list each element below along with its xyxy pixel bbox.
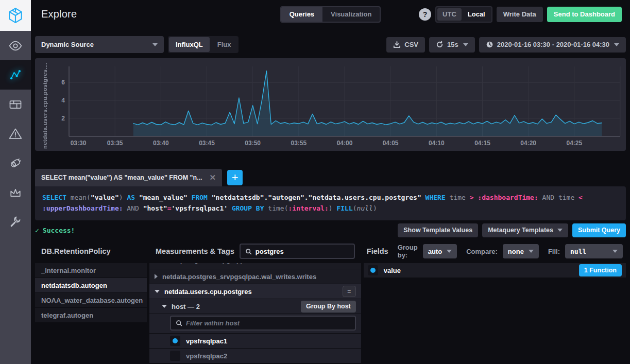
- write-data-button[interactable]: Write Data: [497, 7, 543, 22]
- query-token: [421, 194, 425, 201]
- measurement-row-selected[interactable]: netdata.users.cpu.postgres =: [149, 284, 361, 299]
- source-dropdown[interactable]: Dynamic Source: [35, 36, 164, 53]
- send-to-dashboard-button[interactable]: Send to Dashboard: [547, 7, 622, 22]
- status-text: Success!: [43, 227, 75, 234]
- fields-column: Fields Group by: auto Compare: none Fill…: [364, 239, 626, 364]
- db-item[interactable]: netdatatsdb.autogen: [35, 278, 147, 292]
- graph-line-icon: [8, 68, 23, 82]
- query-token: mean(: [71, 194, 91, 201]
- tab-visualization[interactable]: Visualization: [322, 7, 380, 22]
- sidebar-item-log-viewer[interactable]: [0, 148, 31, 178]
- fields-header: Fields Group by: auto Compare: none Fill…: [364, 239, 626, 263]
- log-icon: [8, 156, 23, 170]
- db-item[interactable]: _internal.monitor: [35, 263, 147, 278]
- time-range-value: 2020-01-16 03:30 - 2020-01-16 04:30: [497, 41, 609, 48]
- metaquery-templates-dropdown[interactable]: Metaquery Templates: [482, 223, 568, 237]
- svg-text:4: 4: [61, 97, 65, 104]
- tag-value-row[interactable]: vpsfrsqlpac2: [149, 349, 361, 363]
- sidebar-item-configuration[interactable]: [0, 207, 31, 236]
- query-token: <: [578, 194, 583, 201]
- measurement-row-partial[interactable]: netdata.postgres_srvpgsqlpac: [149, 263, 361, 269]
- tag-filter[interactable]: [170, 316, 356, 331]
- sidebar-item-admin[interactable]: [0, 178, 31, 207]
- measurement-row[interactable]: netdata.postgres_srvpgsqlpac.wal_writes.…: [149, 269, 361, 284]
- sidebar-item-data-explorer[interactable]: [0, 60, 31, 90]
- svg-text:2: 2: [61, 115, 65, 122]
- chevron-down-icon: [529, 250, 534, 253]
- query-status-row: ✓ Success! Show Template Values Metaquer…: [35, 222, 626, 238]
- query-tab-bar: SELECT mean("value") AS "mean_value" FRO…: [35, 169, 243, 186]
- explore-page: Explore Queries Visualization ? UTC Loca…: [0, 0, 630, 364]
- help-button[interactable]: ?: [419, 8, 431, 21]
- query-token: [135, 194, 139, 201]
- svg-text:03:50: 03:50: [245, 140, 261, 147]
- svg-text:04:10: 04:10: [429, 140, 445, 147]
- query-token: [66, 194, 71, 201]
- equals-filter-badge[interactable]: =: [343, 286, 356, 297]
- query-token: time: [446, 194, 470, 201]
- query-token: (: [353, 204, 357, 212]
- query-token: AND time: [538, 194, 578, 201]
- graph-panel: netdata.users.cpu.postgres.... 24603:300…: [35, 58, 626, 151]
- svg-text:03:30: 03:30: [71, 140, 87, 147]
- svg-text:03:35: 03:35: [107, 140, 123, 147]
- tag-key-row[interactable]: host — 2 Group By host: [149, 299, 361, 314]
- chevron-right-icon: [155, 274, 158, 279]
- query-token: :upperDashboardTime:: [42, 204, 123, 212]
- checkbox-checked-icon[interactable]: [170, 336, 180, 346]
- chevron-down-icon: [162, 305, 167, 308]
- group-by-label: Group by:: [398, 244, 418, 259]
- tag-filter-input[interactable]: [186, 319, 350, 327]
- query-token: FILL: [336, 204, 352, 212]
- compare-label: Compare:: [466, 248, 498, 255]
- query-token: ): [329, 204, 333, 212]
- crown-icon: [8, 185, 23, 200]
- sidebar-item-dashboards[interactable]: [0, 90, 31, 119]
- influxql-button[interactable]: InfluxQL: [169, 37, 210, 52]
- language-toggle: InfluxQL Flux: [168, 36, 239, 53]
- fill-dropdown[interactable]: null: [565, 244, 623, 258]
- query-token: "mean_value": [139, 194, 188, 201]
- utc-button[interactable]: UTC: [437, 8, 462, 21]
- group-by-dropdown[interactable]: auto: [423, 244, 457, 258]
- measurement-search[interactable]: [240, 244, 355, 259]
- query-editor[interactable]: SELECT mean("value") AS "mean_value" FRO…: [35, 186, 626, 220]
- auto-refresh-dropdown[interactable]: 15s: [429, 37, 475, 53]
- field-row[interactable]: value 1 Function: [364, 263, 626, 278]
- chevron-down-icon: [557, 229, 563, 232]
- tab-queries[interactable]: Queries: [281, 7, 322, 22]
- db-item[interactable]: telegraf.autogen: [35, 308, 147, 322]
- query-token: >: [470, 194, 474, 201]
- measurement-search-input[interactable]: [256, 248, 349, 255]
- fill-label: Fill:: [548, 248, 560, 255]
- add-query-button[interactable]: +: [227, 170, 243, 185]
- local-button[interactable]: Local: [463, 8, 490, 21]
- query-tab[interactable]: SELECT mean("value") AS "mean_value" FRO…: [35, 169, 222, 186]
- show-template-values-button[interactable]: Show Template Values: [398, 223, 478, 237]
- svg-text:04:20: 04:20: [520, 140, 536, 147]
- svg-text:04:05: 04:05: [383, 140, 399, 147]
- sidebar-item-host-list[interactable]: [0, 31, 31, 60]
- checkbox-checked-icon[interactable]: [368, 265, 378, 275]
- close-icon[interactable]: ✕: [210, 173, 216, 182]
- line-chart[interactable]: 24603:3003:3503:4003:4503:5003:5504:0004…: [50, 62, 623, 149]
- svg-text:03:55: 03:55: [291, 140, 307, 147]
- csv-download-button[interactable]: CSV: [386, 37, 425, 53]
- wrench-icon: [8, 215, 23, 229]
- time-range-dropdown[interactable]: 2020-01-16 03:30 - 2020-01-16 04:30: [479, 37, 626, 53]
- query-token: "netdatatsdb"."autogen"."netdata.users.c…: [212, 194, 421, 201]
- db-column-header: DB.RetentionPolicy: [35, 239, 147, 263]
- tag-value-row[interactable]: vpsfrsqlpac1: [149, 334, 361, 348]
- query-token: [188, 194, 192, 201]
- submit-query-button[interactable]: Submit Query: [572, 223, 626, 237]
- chevron-down-icon: [463, 43, 468, 46]
- flux-button[interactable]: Flux: [211, 37, 238, 52]
- db-item[interactable]: NOAA_water_database.autogen: [35, 293, 147, 307]
- sidebar-item-alerting[interactable]: [0, 119, 31, 148]
- chronograf-logo[interactable]: [0, 0, 31, 31]
- group-by-host-button[interactable]: Group By host: [301, 301, 356, 313]
- svg-text:04:25: 04:25: [566, 140, 582, 147]
- checkbox-unchecked-icon[interactable]: [170, 351, 180, 361]
- compare-dropdown[interactable]: none: [503, 244, 539, 258]
- function-count-badge[interactable]: 1 Function: [579, 264, 622, 276]
